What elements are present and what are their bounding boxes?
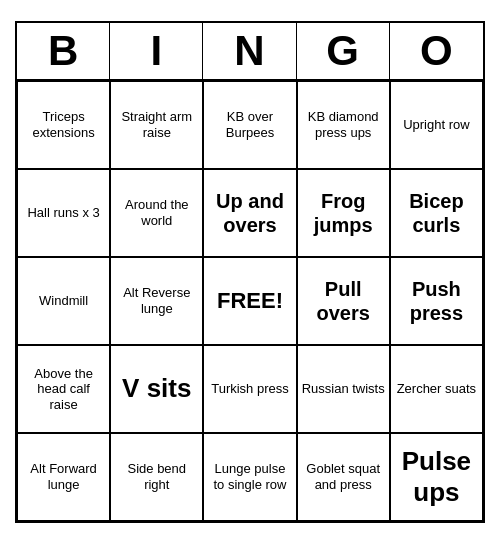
bingo-cell-6: Around the world bbox=[110, 169, 203, 257]
bingo-cell-17: Turkish press bbox=[203, 345, 296, 433]
bingo-cell-5: Hall runs x 3 bbox=[17, 169, 110, 257]
bingo-cell-21: Side bend right bbox=[110, 433, 203, 521]
bingo-letter-g: G bbox=[297, 23, 390, 79]
bingo-cell-10: Windmill bbox=[17, 257, 110, 345]
bingo-cell-3: KB diamond press ups bbox=[297, 81, 390, 169]
bingo-cell-15: Above the head calf raise bbox=[17, 345, 110, 433]
bingo-cell-14: Push press bbox=[390, 257, 483, 345]
bingo-cell-16: V sits bbox=[110, 345, 203, 433]
bingo-cell-8: Frog jumps bbox=[297, 169, 390, 257]
bingo-cell-22: Lunge pulse to single row bbox=[203, 433, 296, 521]
bingo-cell-13: Pull overs bbox=[297, 257, 390, 345]
bingo-cell-7: Up and overs bbox=[203, 169, 296, 257]
bingo-letter-o: O bbox=[390, 23, 483, 79]
bingo-cell-23: Goblet squat and press bbox=[297, 433, 390, 521]
bingo-cell-12: FREE! bbox=[203, 257, 296, 345]
bingo-card: BINGO Triceps extensionsStraight arm rai… bbox=[15, 21, 485, 523]
bingo-cell-24: Pulse ups bbox=[390, 433, 483, 521]
bingo-grid: Triceps extensionsStraight arm raiseKB o… bbox=[17, 81, 483, 521]
bingo-cell-1: Straight arm raise bbox=[110, 81, 203, 169]
bingo-letter-i: I bbox=[110, 23, 203, 79]
bingo-header: BINGO bbox=[17, 23, 483, 81]
bingo-letter-n: N bbox=[203, 23, 296, 79]
bingo-cell-0: Triceps extensions bbox=[17, 81, 110, 169]
bingo-cell-2: KB over Burpees bbox=[203, 81, 296, 169]
bingo-cell-11: Alt Reverse lunge bbox=[110, 257, 203, 345]
bingo-cell-4: Upright row bbox=[390, 81, 483, 169]
bingo-letter-b: B bbox=[17, 23, 110, 79]
bingo-cell-19: Zercher suats bbox=[390, 345, 483, 433]
bingo-cell-20: Alt Forward lunge bbox=[17, 433, 110, 521]
bingo-cell-18: Russian twists bbox=[297, 345, 390, 433]
bingo-cell-9: Bicep curls bbox=[390, 169, 483, 257]
